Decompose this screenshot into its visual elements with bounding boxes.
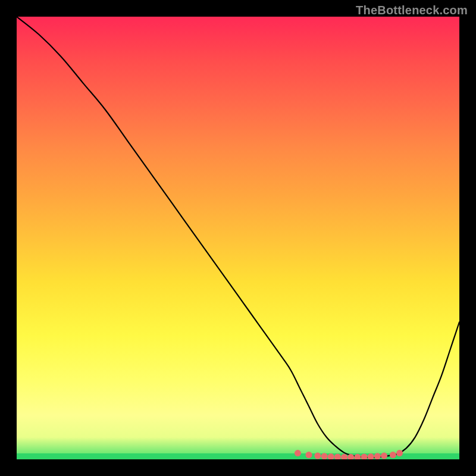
watermark-text: TheBottleneck.com	[356, 4, 468, 17]
plot-gradient-area	[17, 17, 459, 459]
chart-container: TheBottleneck.com	[0, 0, 476, 476]
bottom-green-band	[17, 453, 459, 459]
